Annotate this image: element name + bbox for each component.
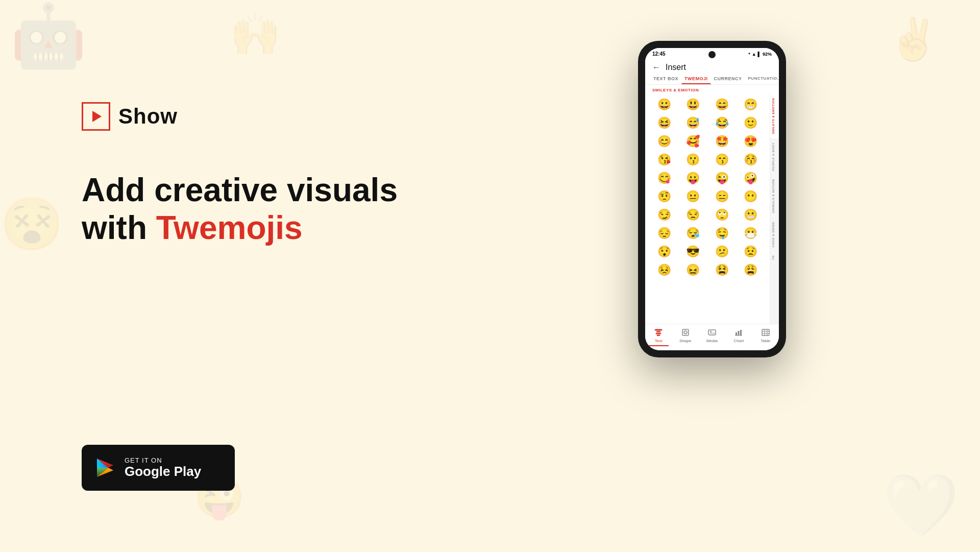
svg-rect-14: [738, 331, 740, 335]
emoji-sleepy[interactable]: 😪: [679, 225, 707, 242]
emoji-mask[interactable]: 😷: [737, 225, 765, 242]
deco-hearts-icon: 🤍: [883, 470, 960, 542]
side-nav-food[interactable]: FOOD & DRINK: [770, 218, 779, 251]
media-nav-icon: [707, 327, 717, 338]
bottom-nav-text[interactable]: Text: [648, 327, 669, 346]
headline: Add creative visuals with Twemojis: [82, 172, 398, 247]
emoji-grid: 😀 😃 😄 😁 😆 😅 😂 🙂 😊 🥰 🤩 😍 😘 😗 😙 😚: [645, 94, 770, 324]
bottom-nav: Text Shape: [645, 324, 779, 350]
emoji-smiley[interactable]: 😃: [679, 96, 707, 113]
emoji-stuck-out-tongue[interactable]: 😛: [679, 170, 707, 187]
emoji-kissing[interactable]: 😗: [679, 151, 707, 169]
tab-currency[interactable]: CURRENCY: [711, 72, 745, 84]
play-store-icon: [94, 457, 116, 479]
emoji-slightly-smile[interactable]: 🙂: [737, 114, 765, 132]
table-nav-label: Table: [761, 339, 770, 343]
deco-peace-icon: ✌️: [888, 15, 939, 63]
show-icon-box: [82, 102, 110, 131]
google-play-badge[interactable]: GET IT ON Google Play: [82, 445, 235, 491]
emoji-kiss[interactable]: 😘: [650, 151, 678, 169]
emoji-unamused[interactable]: 😒: [679, 206, 707, 224]
svg-rect-6: [656, 333, 661, 334]
emoji-weary[interactable]: 😩: [737, 261, 765, 279]
emoji-expressionless[interactable]: 😑: [708, 188, 736, 205]
deco-hands-icon: 🙌: [230, 10, 281, 58]
emoji-smile[interactable]: 😄: [708, 96, 736, 113]
emoji-pensive[interactable]: 😔: [650, 225, 678, 242]
section-label: SMILEYS & EMOTION: [645, 85, 779, 94]
svg-rect-5: [656, 331, 660, 332]
emoji-confounded[interactable]: 😖: [679, 261, 707, 279]
emoji-confused[interactable]: 😕: [708, 243, 736, 260]
bottom-nav-media[interactable]: Media: [702, 327, 722, 346]
bluetooth-icon: *: [748, 52, 750, 57]
emoji-sunglasses[interactable]: 😎: [679, 243, 707, 260]
chart-nav-icon: [733, 327, 744, 338]
emoji-worried[interactable]: 😟: [737, 243, 765, 260]
table-nav-icon: [761, 327, 771, 338]
phone-mockup: 12:45 * ▲ ▌ 92% ← Insert TEXT BOX TWEMOJ…: [638, 41, 786, 357]
get-it-on-label: GET IT ON: [125, 457, 201, 464]
headline-line1: Add creative visuals: [82, 172, 398, 209]
emoji-starstruck[interactable]: 🤩: [708, 133, 736, 150]
emoji-heart-eyes[interactable]: 🥰: [679, 133, 707, 150]
bottom-nav-chart[interactable]: Chart: [728, 327, 749, 346]
side-category-nav: SMILEYS & EMOTION PEOPLE & BODY ANIMALS …: [770, 94, 779, 324]
emoji-kissing-smile[interactable]: 😙: [708, 151, 736, 169]
battery-label: 92%: [763, 52, 772, 57]
chart-nav-label: Chart: [734, 339, 744, 343]
app-header: ← Insert: [645, 59, 779, 72]
headline-highlight: Twemojis: [156, 209, 303, 246]
headline-line2: with Twemojis: [82, 209, 398, 247]
bottom-nav-shape[interactable]: Shape: [675, 327, 696, 346]
wifi-icon: ▲: [752, 52, 756, 57]
phone-frame: 12:45 * ▲ ▌ 92% ← Insert TEXT BOX TWEMOJ…: [638, 41, 786, 357]
shape-nav-label: Shape: [679, 339, 691, 343]
deco-robot-icon: 🤖: [10, 0, 87, 72]
app-name: Show: [118, 104, 178, 129]
emoji-zany[interactable]: 🤪: [737, 170, 765, 187]
tabs-bar: TEXT BOX TWEMOJI CURRENCY PUNCTUATIO...: [645, 72, 779, 85]
side-nav-people[interactable]: PEOPLE & BODY: [770, 138, 779, 175]
back-button[interactable]: ←: [652, 63, 660, 72]
emoji-grin[interactable]: 😁: [737, 96, 765, 113]
tab-twemoji[interactable]: TWEMOJI: [681, 72, 711, 84]
emoji-heart-face[interactable]: 😍: [737, 133, 765, 150]
emoji-smirk[interactable]: 😏: [650, 206, 678, 224]
emoji-neutral[interactable]: 😐: [679, 188, 707, 205]
side-nav-animals[interactable]: ANIMALS & NATURE: [770, 175, 779, 218]
svg-rect-15: [740, 330, 742, 335]
side-nav-tr[interactable]: TR: [770, 251, 779, 264]
emoji-persevere[interactable]: 😣: [650, 261, 678, 279]
emoji-drooling[interactable]: 🤤: [708, 225, 736, 242]
emoji-hushed[interactable]: 😯: [650, 243, 678, 260]
emoji-yum[interactable]: 😋: [650, 170, 678, 187]
deco-dizzy-icon: 😵: [0, 194, 64, 254]
side-nav-smileys[interactable]: SMILEYS & EMOTION: [770, 94, 779, 138]
svg-rect-13: [736, 332, 737, 335]
emoji-roll-eyes[interactable]: 🙄: [708, 206, 736, 224]
app-logo: Show: [82, 102, 398, 131]
emoji-raised-eyebrow[interactable]: 🤨: [650, 188, 678, 205]
status-time: 12:45: [652, 51, 666, 57]
emoji-grimacing[interactable]: 😬: [737, 206, 765, 224]
emoji-laughing[interactable]: 😆: [650, 114, 678, 132]
emoji-no-mouth[interactable]: 😶: [737, 188, 765, 205]
svg-rect-7: [657, 335, 660, 336]
emoji-grinning[interactable]: 😀: [650, 96, 678, 113]
media-nav-label: Media: [706, 339, 718, 343]
camera-cutout: [708, 51, 716, 58]
emoji-kissing-heart[interactable]: 😚: [737, 151, 765, 169]
emoji-tired[interactable]: 😫: [708, 261, 736, 279]
emoji-wink[interactable]: 😊: [650, 133, 678, 150]
tab-textbox[interactable]: TEXT BOX: [650, 72, 681, 84]
emoji-winking-tongue[interactable]: 😜: [708, 170, 736, 187]
text-nav-icon: [653, 327, 664, 338]
signal-icon: ▌: [758, 52, 761, 57]
tab-punctuation[interactable]: PUNCTUATIO...: [745, 72, 779, 84]
emoji-sweat-smile[interactable]: 😅: [679, 114, 707, 132]
emoji-area: 😀 😃 😄 😁 😆 😅 😂 🙂 😊 🥰 🤩 😍 😘 😗 😙 😚: [645, 94, 779, 324]
bottom-nav-table[interactable]: Table: [755, 327, 776, 346]
google-play-label: Google Play: [125, 464, 201, 479]
emoji-rofl[interactable]: 😂: [708, 114, 736, 132]
